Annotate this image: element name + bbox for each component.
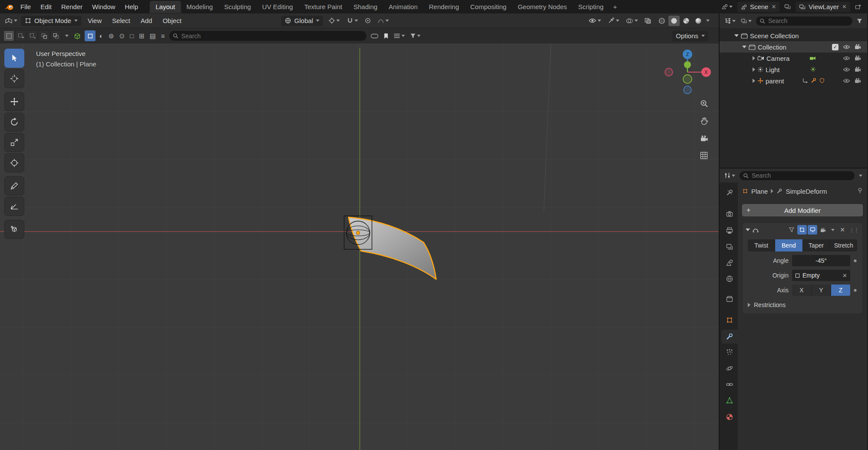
shield-icon[interactable] — [819, 77, 825, 85]
delete-modifier-icon[interactable]: ✕ — [838, 226, 847, 233]
zoom-icon[interactable] — [697, 96, 711, 110]
gizmos-dropdown[interactable] — [606, 17, 621, 25]
overlays-dropdown[interactable] — [625, 17, 639, 25]
outliner-row-camera[interactable]: Camera — [720, 53, 867, 64]
navigation-gizmo[interactable]: Z X — [660, 43, 716, 98]
mode-taper-button[interactable]: Taper — [802, 239, 830, 251]
child-of-icon[interactable] — [802, 77, 808, 85]
tab-object-data[interactable] — [721, 394, 738, 407]
menu-render[interactable]: Render — [56, 3, 87, 10]
tab-constraints[interactable] — [721, 377, 738, 391]
cursor-tool[interactable] — [4, 69, 24, 88]
editor-type-3d-viewport-icon[interactable] — [3, 17, 19, 25]
annotate-tool[interactable] — [4, 176, 24, 195]
shading-solid-button[interactable] — [668, 16, 680, 26]
proportional-editing-icon[interactable] — [364, 17, 372, 24]
gizmo-neg-x-axis[interactable] — [665, 68, 673, 76]
hide-eye-icon[interactable] — [843, 43, 850, 51]
gizmo-y-axis[interactable] — [684, 61, 691, 68]
light-data-icon[interactable] — [810, 66, 816, 73]
add-modifier-button[interactable]: + Add Modifier — [742, 204, 863, 216]
breadcrumb-object[interactable]: Plane — [751, 188, 768, 195]
tab-render[interactable] — [721, 207, 738, 221]
options-dropdown[interactable]: Options — [672, 31, 708, 41]
show-in-edit-mode-toggle[interactable] — [797, 225, 807, 235]
shading-wireframe-button[interactable] — [656, 16, 667, 26]
modifier-wrench-icon[interactable] — [811, 77, 816, 85]
expand-icon[interactable] — [753, 79, 755, 83]
select-box-tool[interactable] — [4, 49, 24, 68]
grid-icon[interactable]: ⊞ — [138, 32, 146, 40]
mode-dropdown[interactable]: Object Mode — [21, 16, 81, 26]
axis-z-button[interactable]: Z — [831, 285, 850, 296]
mode-bend-button[interactable]: Bend — [775, 239, 802, 251]
outliner-filter-icon[interactable] — [855, 17, 864, 25]
viewport-canvas[interactable]: User Perspective (1) Collection | Plane — [0, 43, 719, 450]
disable-render-icon[interactable] — [855, 66, 861, 73]
disable-render-icon[interactable] — [855, 43, 861, 51]
add-viewlayer-icon[interactable] — [854, 3, 863, 10]
scene-selector[interactable]: Scene ✕ — [737, 2, 779, 12]
tab-particles[interactable] — [721, 345, 738, 359]
tab-collection[interactable] — [721, 292, 738, 306]
tab-scene[interactable] — [721, 256, 738, 270]
clear-origin-icon[interactable]: ✕ — [842, 272, 847, 279]
tab-object[interactable] — [721, 313, 738, 327]
snap-target-icon[interactable] — [327, 17, 341, 25]
workspace-tab-animation[interactable]: Animation — [383, 1, 424, 13]
tool-options-caret[interactable] — [64, 34, 70, 38]
bookmark-icon[interactable] — [382, 32, 390, 40]
workspace-tab-texture-paint[interactable]: Texture Paint — [299, 1, 348, 13]
workspace-tab-rendering[interactable]: Rendering — [423, 1, 464, 13]
select-mode-extend-button[interactable] — [15, 30, 26, 41]
menu-help[interactable]: Help — [120, 3, 143, 10]
menu-object[interactable]: Object — [159, 17, 185, 24]
blender-logo-icon[interactable] — [3, 3, 16, 10]
workspace-tab-sculpting[interactable]: Sculpting — [218, 1, 256, 13]
menu-edit[interactable]: Edit — [36, 3, 56, 10]
browse-scene-icon[interactable] — [720, 3, 734, 10]
rows-icon[interactable]: ▤ — [148, 32, 157, 40]
outliner-display-mode-icon[interactable] — [740, 17, 753, 25]
square-icon[interactable]: □ — [128, 32, 135, 40]
select-mode-invert-button[interactable] — [39, 30, 49, 41]
workspace-tab-geometry-nodes[interactable]: Geometry Nodes — [512, 1, 572, 13]
expand-icon[interactable] — [742, 46, 746, 48]
outliner-row-scene-collection[interactable]: Scene Collection — [720, 30, 867, 41]
viewlayer-selector[interactable]: ViewLayer ✕ — [796, 2, 850, 12]
select-mode-new-button[interactable] — [3, 30, 14, 41]
filter-funnel-icon[interactable] — [409, 32, 422, 40]
scale-tool[interactable] — [4, 133, 24, 152]
snap-magnet-icon[interactable] — [345, 17, 359, 25]
menu-add[interactable]: Add — [137, 17, 156, 24]
show-in-render-toggle[interactable] — [818, 225, 828, 235]
gizmo-neg-y-axis[interactable] — [683, 75, 692, 83]
hide-eye-icon[interactable] — [843, 66, 850, 73]
tab-tool[interactable] — [721, 186, 738, 200]
show-in-viewport-toggle[interactable] — [808, 225, 817, 235]
list-icon[interactable]: ≡ — [160, 32, 166, 40]
drag-handle-icon[interactable]: ⋮⋮ — [849, 227, 859, 233]
disable-render-icon[interactable] — [855, 77, 861, 85]
unlink-scene-icon[interactable]: ✕ — [771, 3, 776, 10]
move-tool[interactable] — [4, 92, 24, 111]
browse-viewlayer-icon[interactable] — [783, 3, 792, 10]
expand-icon[interactable] — [753, 56, 755, 60]
modifier-extras-dropdown[interactable] — [830, 228, 836, 232]
axis-x-button[interactable]: X — [792, 285, 811, 296]
show-on-cage-toggle[interactable] — [787, 225, 796, 235]
gizmo-neg-z-axis[interactable] — [684, 86, 691, 94]
search-input[interactable] — [169, 30, 367, 41]
add-cube-tool[interactable] — [4, 220, 24, 239]
editor-type-properties-icon[interactable] — [723, 172, 736, 179]
shading-dropdown[interactable] — [705, 19, 711, 23]
camera-view-icon[interactable] — [697, 131, 711, 145]
dot-circle-icon[interactable]: ⊙ — [118, 32, 126, 40]
remove-viewlayer-icon[interactable]: ✕ — [842, 3, 847, 10]
pan-hand-icon[interactable] — [697, 114, 711, 128]
camera-data-icon[interactable] — [809, 55, 816, 62]
plane-object[interactable] — [349, 217, 436, 279]
sphere-icon[interactable]: ◐ — [98, 32, 105, 40]
mode-stretch-button[interactable]: Stretch — [830, 239, 857, 251]
add-workspace-button[interactable]: + — [609, 1, 621, 13]
